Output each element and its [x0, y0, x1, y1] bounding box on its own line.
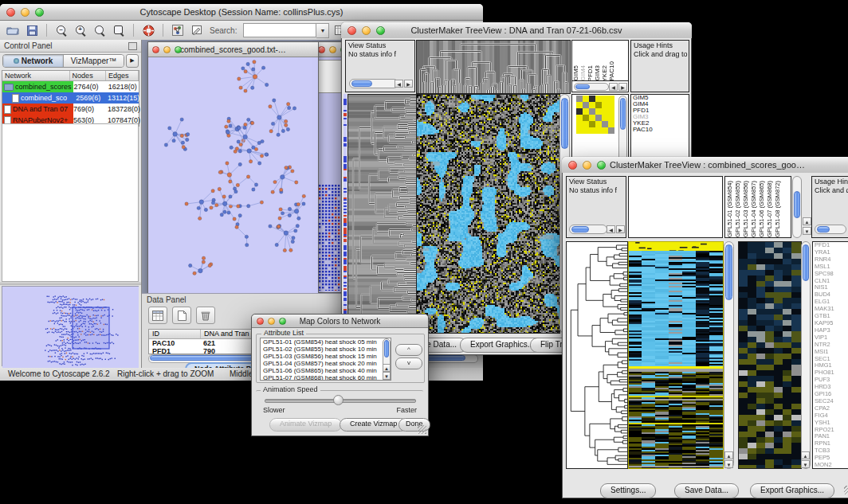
scroll-right-arrow[interactable]: ▶ [618, 83, 627, 91]
column-label[interactable]: GPL51-08 (GSM872) [775, 181, 781, 237]
birdseye-canvas[interactable] [2, 287, 139, 374]
hints-hscrollbar[interactable] [815, 225, 846, 234]
attribute-list-item[interactable]: GPL51-01 (GSM854) heat shock 05 min [261, 338, 391, 346]
zoom-selected-icon[interactable] [111, 23, 127, 38]
column-label[interactable]: GPL51-06 (GSM865) [759, 181, 765, 237]
close-button[interactable] [318, 46, 325, 53]
minimize-button[interactable] [163, 46, 171, 53]
animate-vizmap-button[interactable]: Animate Vizmap [269, 418, 342, 432]
attribute-list-item[interactable]: GPL51-07 (GSM868) heat shock 60 min [261, 374, 391, 381]
resize-grip[interactable] [418, 425, 426, 434]
title-bar[interactable]: Cytoscape Desktop (Session Name: collins… [0, 4, 483, 21]
minimize-button[interactable] [21, 8, 29, 17]
gene-label[interactable]: PAC10 [631, 127, 689, 133]
row-dendrogram-canvas[interactable] [348, 95, 417, 333]
column-label[interactable]: YKE2 [602, 65, 608, 81]
scroll-right-arrow[interactable]: ▶ [616, 225, 625, 233]
annotation-icon[interactable] [189, 23, 205, 38]
search-dropdown-button[interactable]: ▼ [316, 23, 329, 38]
move-down-button[interactable]: v [395, 357, 422, 369]
zoom-vscrollbar[interactable] [801, 241, 811, 469]
network-row-combined-scores[interactable]: combined_scores 2764(0) 16218(0) [2, 81, 139, 92]
scroll-down-arrow[interactable]: ▼ [724, 460, 733, 468]
zoom-button[interactable] [376, 26, 385, 35]
resize-grip[interactable] [844, 486, 848, 494]
column-header-id[interactable]: ID [149, 330, 201, 338]
select-attributes-icon[interactable] [148, 307, 167, 324]
minimize-button[interactable] [329, 46, 336, 53]
attribute-list-item[interactable]: GPL51-03 (GSM856) heat shock 15 min [261, 353, 391, 360]
close-button[interactable] [152, 46, 159, 53]
create-vizmap-button[interactable]: Create Vizmap [340, 418, 407, 432]
speed-slider-thumb[interactable] [333, 395, 344, 405]
close-button[interactable] [6, 8, 15, 17]
column-label[interactable]: GPL51-01 (GSM854) [727, 181, 733, 237]
scroll-up-arrow[interactable]: ▲ [724, 451, 733, 459]
column-label[interactable]: GIM3 [595, 65, 601, 81]
attribute-listbox[interactable]: GPL51-01 (GSM854) heat shock 05 minGPL51… [260, 338, 391, 381]
attribute-list-item[interactable]: GPL51-06 (GSM865) heat shock 40 min [261, 367, 391, 374]
scroll-right-arrow[interactable]: ▶ [404, 80, 413, 88]
attribute-list-item[interactable]: GPL51-02 (GSM855) heat shock 10 min [261, 346, 391, 353]
title-bar[interactable]: ClusterMaker TreeView : combined_scores_… [562, 157, 848, 174]
scroll-down-arrow[interactable]: ▼ [383, 372, 391, 380]
gene-label[interactable]: MON2 [813, 462, 848, 469]
column-label[interactable]: PFD1 [587, 65, 594, 81]
save-data-button[interactable]: Save Data... [674, 483, 739, 498]
title-bar[interactable]: combined_scores_good.txt--cluste... [148, 42, 318, 57]
column-header-network[interactable]: Network [2, 71, 70, 80]
save-icon[interactable] [24, 23, 40, 38]
column-label[interactable]: GIM5 [573, 65, 579, 81]
scroll-left-arrow[interactable]: ◀ [609, 83, 618, 91]
zoom-button[interactable] [597, 161, 606, 170]
zoom-button[interactable] [175, 46, 182, 53]
network-graph-canvas[interactable] [148, 57, 316, 293]
minimize-button[interactable] [268, 318, 275, 325]
title-bar[interactable]: Map Colors to Network [252, 315, 428, 328]
scroll-down-arrow[interactable]: ▼ [803, 227, 811, 235]
scroll-left-arrow[interactable]: ◀ [607, 225, 615, 233]
minimize-button[interactable] [362, 26, 371, 35]
column-dendrogram-canvas[interactable] [417, 41, 570, 93]
scroll-down-arrow[interactable]: ▼ [801, 460, 810, 468]
float-panel-icon[interactable] [128, 42, 137, 50]
panel-splitter[interactable] [0, 282, 141, 285]
move-up-button[interactable]: ^ [395, 344, 422, 356]
settings-button[interactable]: Settings... [600, 483, 656, 498]
attribute-list-item[interactable]: GPL51-04 (GSM857) heat shock 20 min [261, 360, 391, 367]
column-header-nodes[interactable]: Nodes [70, 71, 106, 80]
tab-network[interactable]: Network [3, 55, 63, 67]
status-hscrollbar[interactable] [349, 79, 398, 88]
zoom-out-icon[interactable]: – [53, 23, 69, 38]
column-dendrogram-area[interactable] [628, 176, 723, 238]
delete-attribute-trash-icon[interactable] [196, 307, 215, 324]
zoom-button[interactable] [279, 318, 286, 325]
column-header-edges[interactable]: Edges [106, 71, 139, 80]
scroll-left-arrow[interactable]: ◀ [395, 80, 403, 88]
row-dendrogram-canvas[interactable] [567, 242, 627, 468]
heatmap-canvas[interactable] [417, 95, 559, 333]
column-label[interactable]: GPL51-07 (GSM868) [767, 181, 773, 237]
zoom-fit-icon[interactable] [92, 23, 108, 38]
column-label[interactable]: GIM4 [580, 65, 587, 81]
scroll-up-arrow[interactable]: ▲ [803, 217, 811, 225]
network-row-combined-sco-selected[interactable]: combined_sco 2569(6) 13112(15) [2, 92, 139, 104]
export-graphics-button[interactable]: Export Graphics... [750, 483, 834, 498]
zoom-heatmap-canvas[interactable] [739, 242, 801, 468]
zoom-button[interactable] [35, 8, 44, 17]
tab-vizmapper[interactable]: VizMapper™ [63, 55, 124, 67]
zoom-in-icon[interactable]: + [73, 23, 88, 38]
open-folder-icon[interactable] [5, 23, 21, 38]
close-button[interactable] [347, 26, 356, 35]
network-row-dna-tran[interactable]: DNA and Tran 07 769(0) 183728(0) [2, 104, 139, 115]
help-lifering-icon[interactable] [140, 23, 156, 38]
network-overview-icon[interactable] [170, 23, 186, 38]
column-label[interactable]: GPL51-04 (GSM857) [751, 181, 757, 237]
scroll-up-arrow[interactable]: ▲ [801, 451, 810, 459]
labels-vscrollbar[interactable] [792, 176, 802, 238]
column-label[interactable]: GPL51-03 (GSM856) [743, 181, 749, 237]
zoom-heatmap-canvas[interactable] [576, 96, 614, 134]
close-button[interactable] [568, 161, 577, 170]
scroll-up-arrow[interactable]: ▲ [383, 364, 391, 372]
column-label[interactable]: GPL51-02 (GSM855) [735, 181, 741, 237]
